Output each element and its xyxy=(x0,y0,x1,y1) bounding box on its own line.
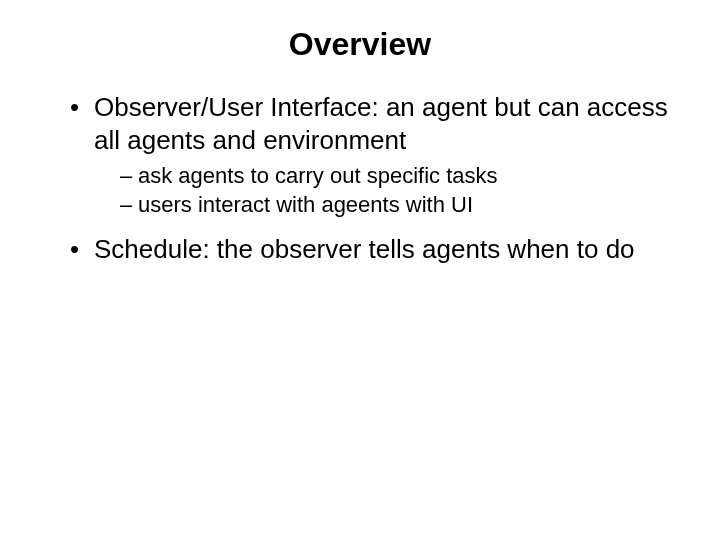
bullet-item: Observer/User Interface: an agent but ca… xyxy=(70,91,680,219)
bullet-text: Schedule: the observer tells agents when… xyxy=(94,234,635,264)
bullet-text: Observer/User Interface: an agent but ca… xyxy=(94,92,668,155)
sub-item: ask agents to carry out specific tasks xyxy=(120,162,680,191)
bullet-item: Schedule: the observer tells agents when… xyxy=(70,233,680,266)
slide-title: Overview xyxy=(40,26,680,63)
sub-item: users interact with ageents with UI xyxy=(120,191,680,220)
bullet-list: Observer/User Interface: an agent but ca… xyxy=(40,91,680,266)
sub-list: ask agents to carry out specific tasks u… xyxy=(94,162,680,219)
